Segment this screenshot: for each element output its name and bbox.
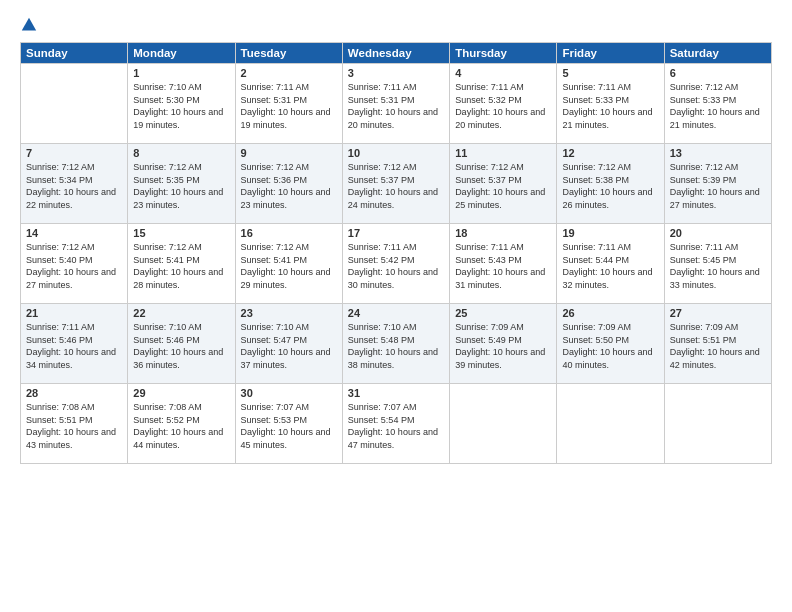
- day-info: Sunrise: 7:11 AMSunset: 5:44 PMDaylight:…: [562, 242, 652, 290]
- logo: [20, 16, 40, 34]
- day-info: Sunrise: 7:09 AMSunset: 5:50 PMDaylight:…: [562, 322, 652, 370]
- week-row-1: 1 Sunrise: 7:10 AMSunset: 5:30 PMDayligh…: [21, 64, 772, 144]
- day-info: Sunrise: 7:07 AMSunset: 5:53 PMDaylight:…: [241, 402, 331, 450]
- day-info: Sunrise: 7:08 AMSunset: 5:52 PMDaylight:…: [133, 402, 223, 450]
- calendar-table: SundayMondayTuesdayWednesdayThursdayFrid…: [20, 42, 772, 464]
- day-info: Sunrise: 7:12 AMSunset: 5:37 PMDaylight:…: [455, 162, 545, 210]
- day-number: 9: [241, 147, 337, 159]
- day-number: 6: [670, 67, 766, 79]
- day-info: Sunrise: 7:11 AMSunset: 5:46 PMDaylight:…: [26, 322, 116, 370]
- day-cell: 2 Sunrise: 7:11 AMSunset: 5:31 PMDayligh…: [235, 64, 342, 144]
- day-cell: 14 Sunrise: 7:12 AMSunset: 5:40 PMDaylig…: [21, 224, 128, 304]
- day-number: 26: [562, 307, 658, 319]
- day-number: 3: [348, 67, 444, 79]
- day-info: Sunrise: 7:10 AMSunset: 5:30 PMDaylight:…: [133, 82, 223, 130]
- week-row-4: 21 Sunrise: 7:11 AMSunset: 5:46 PMDaylig…: [21, 304, 772, 384]
- day-info: Sunrise: 7:12 AMSunset: 5:33 PMDaylight:…: [670, 82, 760, 130]
- day-info: Sunrise: 7:12 AMSunset: 5:35 PMDaylight:…: [133, 162, 223, 210]
- header-cell-thursday: Thursday: [450, 43, 557, 64]
- header-cell-sunday: Sunday: [21, 43, 128, 64]
- day-number: 20: [670, 227, 766, 239]
- day-number: 14: [26, 227, 122, 239]
- day-number: 29: [133, 387, 229, 399]
- day-info: Sunrise: 7:09 AMSunset: 5:51 PMDaylight:…: [670, 322, 760, 370]
- day-info: Sunrise: 7:08 AMSunset: 5:51 PMDaylight:…: [26, 402, 116, 450]
- day-cell: 13 Sunrise: 7:12 AMSunset: 5:39 PMDaylig…: [664, 144, 771, 224]
- day-info: Sunrise: 7:12 AMSunset: 5:40 PMDaylight:…: [26, 242, 116, 290]
- day-info: Sunrise: 7:12 AMSunset: 5:41 PMDaylight:…: [241, 242, 331, 290]
- week-row-5: 28 Sunrise: 7:08 AMSunset: 5:51 PMDaylig…: [21, 384, 772, 464]
- calendar-header: SundayMondayTuesdayWednesdayThursdayFrid…: [21, 43, 772, 64]
- day-cell: 31 Sunrise: 7:07 AMSunset: 5:54 PMDaylig…: [342, 384, 449, 464]
- day-cell: 21 Sunrise: 7:11 AMSunset: 5:46 PMDaylig…: [21, 304, 128, 384]
- header-cell-saturday: Saturday: [664, 43, 771, 64]
- day-cell: 23 Sunrise: 7:10 AMSunset: 5:47 PMDaylig…: [235, 304, 342, 384]
- day-cell: 4 Sunrise: 7:11 AMSunset: 5:32 PMDayligh…: [450, 64, 557, 144]
- day-cell: 27 Sunrise: 7:09 AMSunset: 5:51 PMDaylig…: [664, 304, 771, 384]
- day-cell: 22 Sunrise: 7:10 AMSunset: 5:46 PMDaylig…: [128, 304, 235, 384]
- day-info: Sunrise: 7:12 AMSunset: 5:39 PMDaylight:…: [670, 162, 760, 210]
- day-number: 4: [455, 67, 551, 79]
- day-info: Sunrise: 7:12 AMSunset: 5:38 PMDaylight:…: [562, 162, 652, 210]
- day-info: Sunrise: 7:11 AMSunset: 5:32 PMDaylight:…: [455, 82, 545, 130]
- day-cell: 18 Sunrise: 7:11 AMSunset: 5:43 PMDaylig…: [450, 224, 557, 304]
- day-cell: 15 Sunrise: 7:12 AMSunset: 5:41 PMDaylig…: [128, 224, 235, 304]
- header-cell-tuesday: Tuesday: [235, 43, 342, 64]
- day-number: 2: [241, 67, 337, 79]
- day-cell: 7 Sunrise: 7:12 AMSunset: 5:34 PMDayligh…: [21, 144, 128, 224]
- day-cell: 17 Sunrise: 7:11 AMSunset: 5:42 PMDaylig…: [342, 224, 449, 304]
- day-cell: 12 Sunrise: 7:12 AMSunset: 5:38 PMDaylig…: [557, 144, 664, 224]
- day-number: 21: [26, 307, 122, 319]
- day-number: 5: [562, 67, 658, 79]
- day-cell: 24 Sunrise: 7:10 AMSunset: 5:48 PMDaylig…: [342, 304, 449, 384]
- day-cell: 20 Sunrise: 7:11 AMSunset: 5:45 PMDaylig…: [664, 224, 771, 304]
- day-info: Sunrise: 7:07 AMSunset: 5:54 PMDaylight:…: [348, 402, 438, 450]
- day-cell: [557, 384, 664, 464]
- header-cell-friday: Friday: [557, 43, 664, 64]
- day-number: 16: [241, 227, 337, 239]
- day-cell: 10 Sunrise: 7:12 AMSunset: 5:37 PMDaylig…: [342, 144, 449, 224]
- day-number: 18: [455, 227, 551, 239]
- day-number: 15: [133, 227, 229, 239]
- day-info: Sunrise: 7:10 AMSunset: 5:46 PMDaylight:…: [133, 322, 223, 370]
- day-info: Sunrise: 7:11 AMSunset: 5:33 PMDaylight:…: [562, 82, 652, 130]
- header-row: SundayMondayTuesdayWednesdayThursdayFrid…: [21, 43, 772, 64]
- week-row-3: 14 Sunrise: 7:12 AMSunset: 5:40 PMDaylig…: [21, 224, 772, 304]
- day-info: Sunrise: 7:11 AMSunset: 5:43 PMDaylight:…: [455, 242, 545, 290]
- day-cell: 1 Sunrise: 7:10 AMSunset: 5:30 PMDayligh…: [128, 64, 235, 144]
- day-cell: 29 Sunrise: 7:08 AMSunset: 5:52 PMDaylig…: [128, 384, 235, 464]
- day-number: 7: [26, 147, 122, 159]
- day-cell: 19 Sunrise: 7:11 AMSunset: 5:44 PMDaylig…: [557, 224, 664, 304]
- day-cell: 16 Sunrise: 7:12 AMSunset: 5:41 PMDaylig…: [235, 224, 342, 304]
- day-cell: 6 Sunrise: 7:12 AMSunset: 5:33 PMDayligh…: [664, 64, 771, 144]
- day-info: Sunrise: 7:11 AMSunset: 5:42 PMDaylight:…: [348, 242, 438, 290]
- day-number: 24: [348, 307, 444, 319]
- day-cell: 8 Sunrise: 7:12 AMSunset: 5:35 PMDayligh…: [128, 144, 235, 224]
- day-cell: 5 Sunrise: 7:11 AMSunset: 5:33 PMDayligh…: [557, 64, 664, 144]
- day-number: 27: [670, 307, 766, 319]
- day-cell: 25 Sunrise: 7:09 AMSunset: 5:49 PMDaylig…: [450, 304, 557, 384]
- header: [20, 16, 772, 34]
- day-cell: 28 Sunrise: 7:08 AMSunset: 5:51 PMDaylig…: [21, 384, 128, 464]
- day-number: 10: [348, 147, 444, 159]
- week-row-2: 7 Sunrise: 7:12 AMSunset: 5:34 PMDayligh…: [21, 144, 772, 224]
- day-cell: [664, 384, 771, 464]
- day-number: 25: [455, 307, 551, 319]
- day-info: Sunrise: 7:12 AMSunset: 5:34 PMDaylight:…: [26, 162, 116, 210]
- day-number: 11: [455, 147, 551, 159]
- header-cell-monday: Monday: [128, 43, 235, 64]
- day-info: Sunrise: 7:12 AMSunset: 5:37 PMDaylight:…: [348, 162, 438, 210]
- day-cell: 3 Sunrise: 7:11 AMSunset: 5:31 PMDayligh…: [342, 64, 449, 144]
- day-info: Sunrise: 7:11 AMSunset: 5:45 PMDaylight:…: [670, 242, 760, 290]
- day-info: Sunrise: 7:12 AMSunset: 5:41 PMDaylight:…: [133, 242, 223, 290]
- day-number: 17: [348, 227, 444, 239]
- day-number: 8: [133, 147, 229, 159]
- day-cell: 26 Sunrise: 7:09 AMSunset: 5:50 PMDaylig…: [557, 304, 664, 384]
- day-cell: 30 Sunrise: 7:07 AMSunset: 5:53 PMDaylig…: [235, 384, 342, 464]
- calendar-body: 1 Sunrise: 7:10 AMSunset: 5:30 PMDayligh…: [21, 64, 772, 464]
- logo-icon: [20, 16, 38, 34]
- day-number: 31: [348, 387, 444, 399]
- day-number: 22: [133, 307, 229, 319]
- calendar-page: SundayMondayTuesdayWednesdayThursdayFrid…: [0, 0, 792, 612]
- day-number: 12: [562, 147, 658, 159]
